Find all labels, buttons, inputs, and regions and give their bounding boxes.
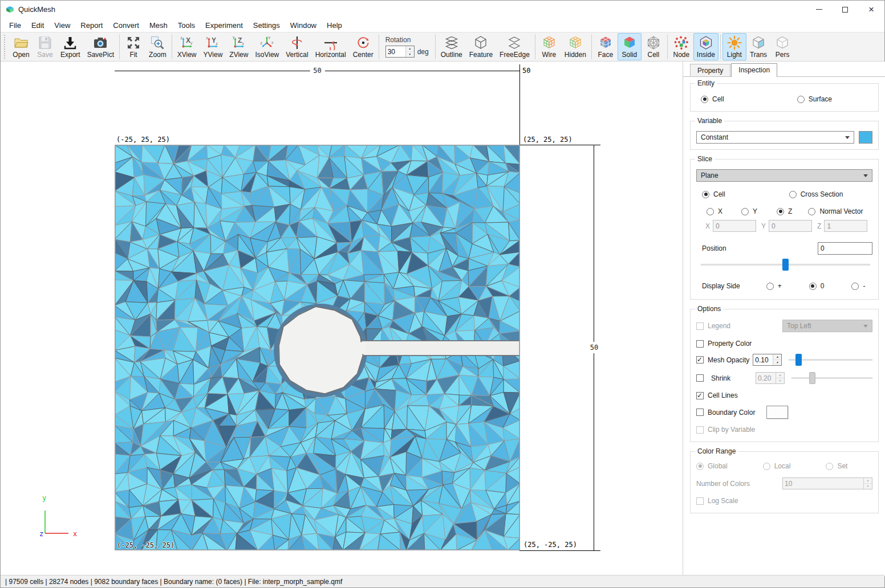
slice-z-radio[interactable] <box>777 208 784 215</box>
toolbar-separator <box>720 34 721 59</box>
menu-mesh[interactable]: Mesh <box>144 19 173 31</box>
xview-button[interactable]: zYXXView <box>174 33 200 60</box>
slice-fz-input[interactable] <box>824 220 867 232</box>
display-side-zero-radio[interactable] <box>809 283 817 290</box>
spin-up-icon[interactable]: ▲ <box>773 354 781 360</box>
horizontal-button[interactable]: Horizontal <box>312 33 350 60</box>
pers-button[interactable]: Pers <box>770 33 794 60</box>
export-button[interactable]: Export <box>57 33 84 60</box>
entity-cell-radio[interactable] <box>701 96 708 103</box>
menu-view[interactable]: View <box>49 19 75 31</box>
menu-convert[interactable]: Convert <box>108 19 144 31</box>
cell-lines-checkbox[interactable] <box>696 392 704 399</box>
shrink-slider[interactable] <box>791 372 872 384</box>
menu-help[interactable]: Help <box>322 19 347 31</box>
mesh-opacity-slider[interactable] <box>789 354 872 366</box>
mesh-opacity-checkbox[interactable] <box>696 356 704 364</box>
spin-down-icon[interactable]: ▼ <box>864 484 872 489</box>
shrink-spinbox[interactable]: ▲▼ <box>756 372 785 384</box>
close-button[interactable]: × <box>858 1 884 18</box>
log-scale-checkbox[interactable] <box>696 497 704 505</box>
center-button[interactable]: Center <box>350 33 377 60</box>
legend-checkbox[interactable] <box>696 322 704 330</box>
yview-button[interactable]: xzYYView <box>200 33 226 60</box>
spin-up-icon[interactable]: ▲ <box>864 478 872 484</box>
slice-cross-section-radio[interactable] <box>789 191 797 198</box>
menu-file[interactable]: File <box>4 19 26 31</box>
hidden-button[interactable]: Hidden <box>561 33 590 60</box>
color-range-local-radio[interactable] <box>763 463 770 470</box>
fit-button[interactable]: Fit <box>121 33 145 60</box>
face-button[interactable]: Face <box>594 33 618 60</box>
light-button[interactable]: Light <box>722 33 746 60</box>
maximize-button[interactable] <box>832 1 858 18</box>
open-button[interactable]: Open <box>9 33 33 60</box>
display-side-plus-radio[interactable] <box>766 283 774 290</box>
shrink-slider-handle[interactable] <box>809 372 815 384</box>
boundary-color-button[interactable] <box>766 406 788 419</box>
number-of-colors-value[interactable] <box>783 478 863 489</box>
rotation-spinbox[interactable]: ▲▼ <box>385 46 415 58</box>
menu-edit[interactable]: Edit <box>26 19 49 31</box>
minimize-button[interactable] <box>806 1 832 18</box>
freeedge-button[interactable]: FreeEdge <box>496 33 533 60</box>
inside-button[interactable]: Inside <box>693 33 718 60</box>
solid-button[interactable]: Solid <box>618 33 642 60</box>
trans-button[interactable]: Trans <box>746 33 770 60</box>
viewport-canvas[interactable]: 50 50 50 (-25, 25, 25) (25, 25, 25) (-25… <box>1 62 683 576</box>
mesh-opacity-label: Mesh Opacity <box>708 356 749 364</box>
menu-window[interactable]: Window <box>285 19 322 31</box>
variable-combobox[interactable]: Constant <box>696 131 854 144</box>
property-color-checkbox[interactable] <box>696 340 704 348</box>
slice-x-radio[interactable] <box>707 208 714 215</box>
mesh-opacity-spinbox[interactable]: ▲▼ <box>753 354 782 366</box>
slice-normal-vector-radio[interactable] <box>808 208 815 215</box>
rotation-value[interactable] <box>386 46 405 57</box>
position-slider[interactable] <box>701 259 870 271</box>
number-of-colors-spinbox[interactable]: ▲▼ <box>782 477 872 489</box>
slice-y-radio[interactable] <box>741 208 749 215</box>
clip-by-variable-checkbox[interactable] <box>696 426 704 434</box>
slice-fy-input[interactable] <box>769 220 812 232</box>
color-range-set-radio[interactable] <box>826 463 833 470</box>
boundary-color-checkbox[interactable] <box>696 409 704 416</box>
menu-tools[interactable]: Tools <box>173 19 200 31</box>
spin-down-icon[interactable]: ▼ <box>776 378 784 383</box>
spin-down-icon[interactable]: ▼ <box>773 360 781 365</box>
shrink-checkbox[interactable] <box>696 374 704 382</box>
savepict-button[interactable]: SavePict <box>84 33 117 60</box>
mesh-render[interactable] <box>115 145 520 550</box>
spin-up-icon[interactable]: ▲ <box>776 373 784 378</box>
cell-button[interactable]: Cell <box>642 33 665 60</box>
position-input[interactable] <box>818 242 872 255</box>
mesh-opacity-value[interactable] <box>753 354 773 365</box>
spin-up-icon[interactable]: ▲ <box>406 46 414 52</box>
tab-property[interactable]: Property <box>690 64 730 76</box>
toolbar-gripper[interactable] <box>4 35 7 59</box>
vertical-button[interactable]: Vertical <box>282 33 311 60</box>
shrink-value[interactable] <box>756 373 776 383</box>
feature-button[interactable]: Feature <box>466 33 496 60</box>
position-slider-handle[interactable] <box>782 259 789 271</box>
wire-button[interactable]: Wire <box>537 33 561 60</box>
tab-inspection[interactable]: Inspection <box>731 63 777 77</box>
slice-combobox[interactable]: Plane <box>696 169 872 182</box>
zoomtool-button[interactable]: Zoom <box>145 33 170 60</box>
spin-down-icon[interactable]: ▼ <box>406 52 414 57</box>
color-range-global-radio[interactable] <box>696 463 704 470</box>
slice-fx-input[interactable] <box>713 220 756 232</box>
zview-button[interactable]: YxZZView <box>226 33 251 60</box>
display-side-minus-radio[interactable] <box>851 283 859 290</box>
legend-position-combobox[interactable]: Top Left <box>782 320 872 332</box>
isoview-button[interactable]: YzxIsoView <box>251 33 282 60</box>
mesh-opacity-slider-handle[interactable] <box>795 354 802 366</box>
slice-cell-radio[interactable] <box>702 191 709 198</box>
menu-report[interactable]: Report <box>75 19 108 31</box>
node-button[interactable]: Node <box>669 33 693 60</box>
menu-experiment[interactable]: Experiment <box>200 19 248 31</box>
menu-settings[interactable]: Settings <box>248 19 285 31</box>
variable-color-swatch[interactable] <box>859 131 872 144</box>
entity-surface-radio[interactable] <box>797 96 805 103</box>
outline-button[interactable]: Outline <box>437 33 466 60</box>
save-button[interactable]: Save <box>33 33 57 60</box>
